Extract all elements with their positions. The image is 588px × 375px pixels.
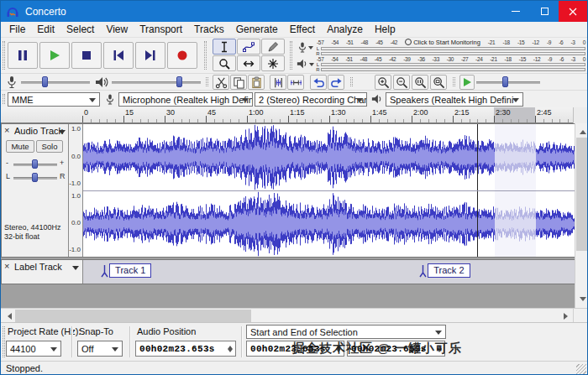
label-text[interactable]: Track 1 — [109, 263, 151, 278]
playback-volume-thumb[interactable] — [176, 76, 182, 87]
horizontal-scrollbar[interactable] — [1, 308, 587, 322]
audio-track-close-button[interactable]: × — [4, 125, 9, 135]
recording-volume-slider[interactable] — [21, 81, 90, 84]
solo-button[interactable]: Solo — [36, 140, 63, 153]
menu-item-tracks[interactable]: Tracks — [188, 23, 230, 36]
audacity-window: Concerto FileEditSelectViewTransportTrac… — [0, 0, 588, 375]
audio-host-select[interactable]: MME — [8, 92, 100, 107]
paste-button[interactable] — [248, 75, 265, 90]
play-button[interactable] — [39, 42, 70, 69]
zoom-in-button[interactable] — [375, 75, 391, 90]
time-spinner[interactable] — [226, 343, 234, 354]
cut-button[interactable] — [213, 75, 229, 90]
copy-button[interactable] — [230, 75, 247, 90]
mute-button[interactable]: Mute — [6, 140, 34, 153]
fit-project-button[interactable] — [430, 75, 447, 90]
vertical-scrollbar[interactable] — [575, 123, 588, 308]
timeline-ruler[interactable]: 01530451:001:151:301:452:002:152:302:45 — [1, 107, 587, 123]
recording-channels-select[interactable]: 2 (Stereo) Recording Channels — [255, 92, 367, 107]
play-at-speed-button[interactable] — [459, 75, 475, 90]
toolbar-grip[interactable] — [3, 326, 5, 357]
close-button[interactable] — [559, 1, 587, 22]
scroll-left-button[interactable] — [1, 309, 15, 323]
label-track-menu-arrow-icon[interactable] — [72, 266, 79, 273]
menu-item-transport[interactable]: Transport — [134, 23, 188, 36]
skip-to-end-button[interactable] — [135, 42, 165, 69]
draw-tool-button[interactable] — [261, 39, 285, 55]
resize-grip[interactable] — [576, 364, 586, 374]
playback-meter[interactable]: -57-54-51-48-45-42-39-36-33-30-27-24-21-… — [295, 55, 587, 72]
selection-tool-button[interactable] — [213, 39, 236, 55]
recording-volume-thumb[interactable] — [42, 76, 48, 87]
playback-device-select[interactable]: Speakers (Realtek High Defini — [386, 92, 523, 107]
playback-volume-slider[interactable] — [112, 81, 201, 84]
play-speed-thumb[interactable] — [502, 76, 508, 87]
track-format-info-line2: 32-bit float — [4, 232, 39, 241]
recording-meter[interactable]: -57-54-51-48-45-42Click to Start Monitor… — [295, 39, 587, 55]
menu-item-file[interactable]: File — [3, 23, 31, 36]
menu-item-select[interactable]: Select — [60, 23, 100, 36]
menu-item-edit[interactable]: Edit — [31, 23, 60, 36]
label-text[interactable]: Track 2 — [428, 263, 470, 278]
audio-track-menu-arrow-icon[interactable] — [59, 130, 66, 138]
scroll-up-button[interactable] — [575, 123, 588, 138]
toolbar-grip[interactable] — [453, 77, 455, 86]
label-track-title[interactable]: Label Track — [14, 262, 62, 272]
timeline-tick-label: 1:00 — [249, 108, 264, 117]
selection-mode-select[interactable]: Start and End of Selection — [246, 325, 446, 339]
waveform-channel-1[interactable] — [83, 124, 575, 190]
project-rate-select[interactable]: 44100 — [6, 341, 61, 357]
gain-slider-thumb[interactable] — [32, 159, 38, 169]
label-flag[interactable]: Track 1 — [101, 263, 151, 281]
menu-item-analyze[interactable]: Analyze — [321, 23, 369, 36]
envelope-tool-button[interactable] — [237, 39, 260, 55]
label-track-close-button[interactable]: × — [4, 261, 9, 271]
audio-position-field[interactable]: 00h02m23.653s — [135, 341, 236, 357]
toolbar-grip[interactable] — [206, 77, 208, 86]
zoom-tool-button[interactable] — [213, 55, 236, 71]
pan-right-label: R — [60, 172, 66, 180]
meter-scale-label: -21 — [490, 56, 497, 62]
stop-button[interactable] — [71, 42, 102, 69]
meter-menu-arrow-icon[interactable] — [309, 63, 314, 69]
title-bar[interactable]: Concerto — [1, 1, 587, 22]
toolbar-grip[interactable] — [3, 94, 5, 104]
vertical-scroll-thumb[interactable] — [576, 138, 588, 251]
record-button[interactable] — [167, 42, 197, 69]
play-speed-slider[interactable] — [476, 81, 540, 84]
pan-slider-thumb[interactable] — [32, 173, 38, 182]
minimize-button[interactable] — [501, 1, 530, 22]
menu-item-help[interactable]: Help — [369, 23, 402, 36]
toolbar-grip[interactable] — [204, 41, 207, 70]
waveform-channel-2[interactable] — [83, 191, 575, 257]
scroll-down-button[interactable] — [575, 294, 588, 308]
pause-button[interactable] — [8, 42, 38, 69]
redo-button[interactable] — [328, 75, 344, 90]
scrollbar-corner — [573, 309, 587, 323]
label-flag[interactable]: Track 2 — [419, 263, 470, 281]
skip-to-start-button[interactable] — [103, 42, 134, 69]
meter-scale-label: -9 — [547, 39, 551, 45]
multi-tool-button[interactable] — [261, 55, 285, 71]
undo-button[interactable] — [310, 75, 327, 90]
snap-to-select[interactable]: Off — [77, 341, 123, 357]
trim-outside-selection-button[interactable] — [270, 75, 286, 90]
vertical-scale-channel-1[interactable]: 1.0 0.0 -1.0 — [69, 124, 83, 190]
label-track-main[interactable]: Track 1Track 2 — [83, 260, 575, 284]
horizontal-scroll-thumb[interactable] — [15, 310, 251, 322]
meter-menu-arrow-icon[interactable] — [308, 46, 313, 52]
toolbar-grip[interactable] — [3, 41, 5, 70]
silence-selection-button[interactable] — [287, 75, 304, 90]
toolbar-grip[interactable] — [290, 41, 292, 70]
fit-selection-button[interactable] — [412, 75, 428, 90]
recording-device-select[interactable]: Microphone (Realtek High Defini — [118, 92, 253, 107]
menu-item-view[interactable]: View — [100, 23, 134, 36]
zoom-out-button[interactable] — [393, 75, 410, 90]
menu-item-generate[interactable]: Generate — [230, 23, 284, 36]
time-shift-tool-button[interactable] — [237, 55, 260, 71]
menu-item-effect[interactable]: Effect — [284, 23, 321, 36]
audio-track-title[interactable]: Audio Track — [14, 126, 63, 136]
vertical-scale-channel-2[interactable]: 1.0 0.0 -1.0 — [69, 190, 83, 257]
maximize-button[interactable] — [530, 1, 559, 22]
toolbar-grip[interactable] — [350, 77, 353, 86]
